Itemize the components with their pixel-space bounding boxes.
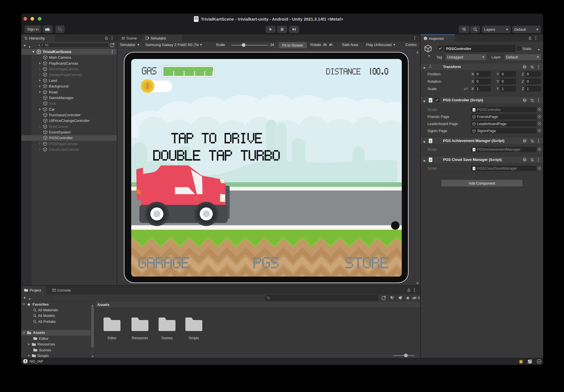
svg-text:#: #	[473, 148, 475, 151]
svg-text:x: x	[61, 29, 62, 32]
svg-text:?: ?	[524, 158, 525, 161]
svg-text:?: ?	[524, 65, 525, 68]
svg-text:#: #	[430, 158, 432, 162]
svg-text:#: #	[430, 99, 432, 102]
svg-text:?: ?	[524, 139, 525, 142]
svg-text:?: ?	[524, 98, 525, 102]
svg-text:#: #	[430, 139, 432, 143]
svg-text:#: #	[473, 108, 475, 111]
svg-text:#: #	[473, 167, 475, 170]
